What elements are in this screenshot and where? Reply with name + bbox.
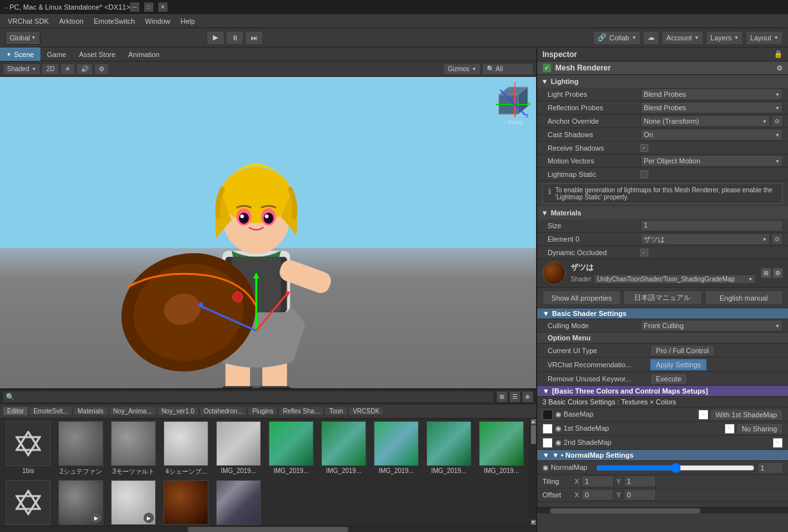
execute-button[interactable]: Execute [650, 373, 687, 385]
proj-item-img5[interactable]: IMG_2019... [423, 420, 474, 478]
proj-tab-reflexsha[interactable]: Reflex Sha... [278, 406, 324, 416]
normalmap-header[interactable]: ▼ ▼ • NormalMap Settings [537, 450, 788, 461]
proj-tab-toon[interactable]: Toon [324, 406, 348, 416]
motion-vectors-select[interactable]: Per Object Motion [641, 155, 783, 167]
menu-arktoon[interactable]: Arktoon [54, 16, 88, 26]
project-icon3[interactable]: ⊕ [522, 391, 533, 403]
second-shade-color-edit[interactable]: ✎ [773, 438, 783, 448]
layers-button[interactable]: Layers ▼ [706, 31, 743, 45]
tiling-x-input[interactable] [582, 476, 614, 487]
tab-asset-store[interactable]: Asset Store [72, 47, 122, 61]
material-edit-icon[interactable]: ⊞ [761, 268, 771, 278]
first-shade-swatch[interactable] [542, 424, 553, 434]
menu-vrchat-sdk[interactable]: VRChat SDK [3, 16, 54, 26]
offset-y-input[interactable] [624, 489, 656, 501]
proj-item-img3[interactable]: IMG_2019... [318, 420, 369, 478]
fx-toggle[interactable]: ⚙ [94, 63, 109, 75]
proj-tab-plugins[interactable]: Plugins [247, 406, 278, 416]
collab-button[interactable]: 🔗 Collab ▼ [593, 31, 641, 45]
lightmap-static-checkbox[interactable] [641, 170, 648, 178]
light-probes-select[interactable]: Blend Probes [641, 88, 783, 100]
material-gear-icon[interactable]: ⚙ [773, 268, 783, 278]
menu-emoteswitch[interactable]: EmoteSwitch [88, 16, 140, 26]
proj-item-zatsuha[interactable]: ザツは [160, 479, 212, 526]
anchor-override-select[interactable]: None (Transform) [641, 115, 770, 127]
tab-animation[interactable]: Animation [122, 47, 166, 61]
tiling-y-input[interactable] [624, 476, 656, 487]
proj-scroll-up[interactable]: ▲ [531, 419, 536, 424]
element0-pick[interactable]: ⊙ [771, 233, 783, 245]
menu-help[interactable]: Help [175, 16, 200, 26]
proj-tab-editor[interactable]: Editor [3, 406, 28, 416]
proj-tab-materials[interactable]: Materials [73, 406, 108, 416]
with-first-shade-btn[interactable]: With 1st ShadeMap [710, 409, 783, 420]
proj-tab-noyanima[interactable]: Noy_Anima... [109, 406, 156, 416]
global-button[interactable]: Global ▼ [5, 31, 40, 45]
english-manual-button[interactable]: English manual [705, 290, 783, 305]
proj-scroll-down[interactable]: ▼ [531, 520, 536, 525]
project-icon2[interactable]: ☰ [509, 391, 521, 403]
offset-x-input[interactable] [582, 489, 614, 501]
proj-tab-vrcsdk[interactable]: VRCSDK [348, 406, 384, 416]
proj-tab-octahedron[interactable]: Octahedron... [199, 406, 247, 416]
project-search-input[interactable] [3, 391, 494, 403]
audio-toggle[interactable]: 🔊 [76, 63, 93, 75]
first-shade-color-edit[interactable]: ✎ [725, 424, 735, 434]
proj-item-1bis[interactable]: 1bis [3, 420, 54, 478]
basemap-color-edit[interactable]: ✎ [698, 410, 708, 420]
proj-item-img6[interactable]: IMG_2019... [476, 420, 527, 478]
culling-mode-select[interactable]: Front Culling [641, 320, 783, 331]
light-toggle[interactable]: ☀ [60, 63, 75, 75]
no-sharing-btn[interactable]: No Sharing [736, 423, 783, 435]
mesh-renderer-settings-icon[interactable]: ⚙ [776, 64, 783, 72]
proj-item-3mozart[interactable]: 3モーツァルト [108, 420, 159, 478]
three-colors-header[interactable]: ▼ [Basic Three Colors and Control Maps S… [537, 386, 788, 397]
lighting-section-header[interactable]: ▼ Lighting [537, 75, 788, 88]
tab-scene[interactable]: ✦ Scene [0, 47, 40, 61]
dynamic-occluded-checkbox[interactable] [641, 249, 648, 256]
basic-shader-header[interactable]: ▼ Basic Shader Settings [537, 308, 788, 319]
2d-button[interactable]: 2D [42, 63, 59, 75]
proj-tab-noyver[interactable]: Noy_ver1.0 [157, 406, 199, 416]
proj-item-2stefan2[interactable]: 2シュテファン [213, 479, 264, 526]
element0-select[interactable]: ザツは [641, 233, 770, 245]
project-icon1[interactable]: ⊞ [496, 391, 508, 403]
gizmos-dropdown[interactable]: Gizmos [443, 63, 481, 75]
proj-item-tenkyuu[interactable]: ▶ tenkyuutest [108, 479, 159, 526]
proj-item-sphere100[interactable]: ▶ Sphere100 [55, 479, 106, 526]
proj-item-img4[interactable]: IMG_2019... [371, 420, 422, 478]
normalmap-slider[interactable] [596, 463, 755, 473]
tab-game[interactable]: Game [40, 47, 72, 61]
shader-select[interactable]: UnityChanToonShader/Toon_ShadingGradeMap [594, 274, 756, 284]
maximize-button[interactable]: □ [144, 3, 153, 12]
proj-item-4scene[interactable]: 4シェーンブ... [160, 420, 212, 478]
cast-shadows-select[interactable]: On [641, 129, 783, 140]
layout-button[interactable]: Layout ▼ [746, 31, 783, 45]
second-shade-swatch[interactable] [542, 438, 553, 448]
cloud-button[interactable]: ☁ [643, 31, 659, 45]
materials-section-header[interactable]: ▼ Materials [537, 206, 788, 219]
search-input-scene[interactable]: 🔍 All [482, 63, 533, 75]
proj-item-2stefan[interactable]: 2シュテファン [55, 420, 106, 478]
project-scrollbar[interactable]: ▲ ▼ [530, 419, 536, 526]
proj-tab-emotesvit[interactable]: EmoteSvit... [29, 406, 72, 416]
basemap-swatch[interactable] [542, 410, 553, 420]
receive-shadows-checkbox[interactable] [641, 144, 648, 152]
show-properties-button[interactable]: Show All properties [542, 290, 621, 305]
step-button[interactable]: ⏭ [245, 31, 263, 45]
play-button[interactable]: ▶ [206, 31, 224, 45]
minimize-button[interactable]: ─ [130, 3, 139, 12]
proj-item-img1[interactable]: IMG_2019... [213, 420, 264, 478]
size-input[interactable]: 1 [641, 220, 783, 231]
shaded-dropdown[interactable]: Shaded [3, 63, 40, 75]
reflection-probes-select[interactable]: Blend Probes [641, 102, 783, 113]
normalmap-value-input[interactable] [757, 462, 783, 474]
proj-item-shaer[interactable]: shaer [3, 479, 54, 526]
account-button[interactable]: Account ▼ [662, 31, 703, 45]
menu-window[interactable]: Window [140, 16, 175, 26]
scene-view[interactable]: Y X Z ← Persp [0, 77, 536, 388]
current-ui-button[interactable]: Pro / Full Control [650, 345, 715, 356]
mesh-renderer-checkbox[interactable]: ✓ [542, 63, 551, 72]
anchor-override-pick[interactable]: ⊙ [771, 115, 783, 127]
pause-button[interactable]: ⏸ [226, 31, 244, 45]
